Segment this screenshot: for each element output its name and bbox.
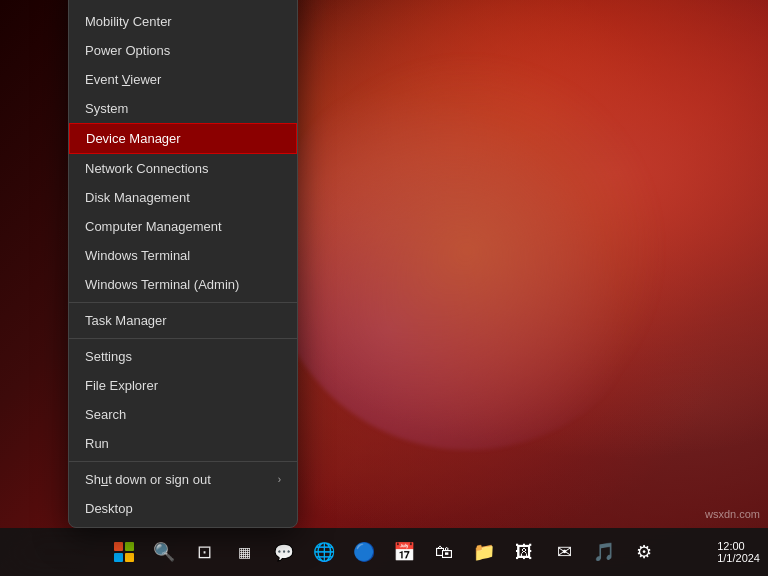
spotify-icon[interactable]: 🎵 [586,534,622,570]
folder-icon[interactable]: 📁 [466,534,502,570]
divider-divider1 [69,302,297,303]
extra-icon[interactable]: ⚙ [626,534,662,570]
menu-item-network-connections[interactable]: Network Connections [69,154,297,183]
menu-item-desktop[interactable]: Desktop [69,494,297,523]
menu-item-task-manager[interactable]: Task Manager [69,306,297,335]
search-taskbar-button[interactable]: 🔍 [146,534,182,570]
menu-label-mobility-center: Mobility Center [85,14,172,29]
task-view-button[interactable]: ⊡ [186,534,222,570]
context-menu: Apps and FeaturesMobility CenterPower Op… [68,0,298,528]
menu-item-file-explorer[interactable]: File Explorer [69,371,297,400]
menu-item-disk-management[interactable]: Disk Management [69,183,297,212]
menu-item-mobility-center[interactable]: Mobility Center [69,7,297,36]
store-icon[interactable]: 🛍 [426,534,462,570]
menu-item-shutdown[interactable]: Shut down or sign out› [69,465,297,494]
chrome-icon[interactable]: 🔵 [346,534,382,570]
taskbar: 🔍 ⊡ ▦ 💬 🌐 🔵 📅 🛍 📁 🖼 ✉ 🎵 ⚙ 12:001/1/2024 [0,528,768,576]
menu-label-shutdown: Shut down or sign out [85,472,211,487]
menu-item-event-viewer[interactable]: Event Viewer [69,65,297,94]
submenu-chevron: › [278,474,281,485]
teams-icon[interactable]: 💬 [266,534,302,570]
menu-label-run: Run [85,436,109,451]
menu-item-apps-features[interactable]: Apps and Features [69,0,297,7]
calendar-icon[interactable]: 📅 [386,534,422,570]
menu-item-windows-terminal-admin[interactable]: Windows Terminal (Admin) [69,270,297,299]
menu-label-device-manager: Device Manager [86,131,181,146]
menu-label-system: System [85,101,128,116]
menu-label-desktop: Desktop [85,501,133,516]
start-button[interactable] [106,534,142,570]
menu-label-file-explorer: File Explorer [85,378,158,393]
windows-logo-icon [114,542,134,562]
menu-item-device-manager[interactable]: Device Manager [69,123,297,154]
divider-divider3 [69,461,297,462]
menu-item-computer-management[interactable]: Computer Management [69,212,297,241]
divider-divider2 [69,338,297,339]
clock: 12:001/1/2024 [717,540,760,564]
menu-label-search: Search [85,407,126,422]
menu-item-run[interactable]: Run [69,429,297,458]
menu-label-disk-management: Disk Management [85,190,190,205]
photos-icon[interactable]: 🖼 [506,534,542,570]
widgets-button[interactable]: ▦ [226,534,262,570]
menu-label-network-connections: Network Connections [85,161,209,176]
edge-icon[interactable]: 🌐 [306,534,342,570]
menu-label-windows-terminal-admin: Windows Terminal (Admin) [85,277,239,292]
menu-item-search[interactable]: Search [69,400,297,429]
menu-item-power-options[interactable]: Power Options [69,36,297,65]
mail-icon[interactable]: ✉ [546,534,582,570]
menu-label-power-options: Power Options [85,43,170,58]
menu-item-windows-terminal[interactable]: Windows Terminal [69,241,297,270]
menu-label-task-manager: Task Manager [85,313,167,328]
menu-item-system[interactable]: System [69,94,297,123]
menu-label-computer-management: Computer Management [85,219,222,234]
watermark: wsxdn.com [705,508,760,520]
menu-label-windows-terminal: Windows Terminal [85,248,190,263]
taskbar-system-tray: 12:001/1/2024 [717,540,760,564]
menu-item-settings[interactable]: Settings [69,342,297,371]
menu-label-event-viewer: Event Viewer [85,72,161,87]
menu-label-settings: Settings [85,349,132,364]
